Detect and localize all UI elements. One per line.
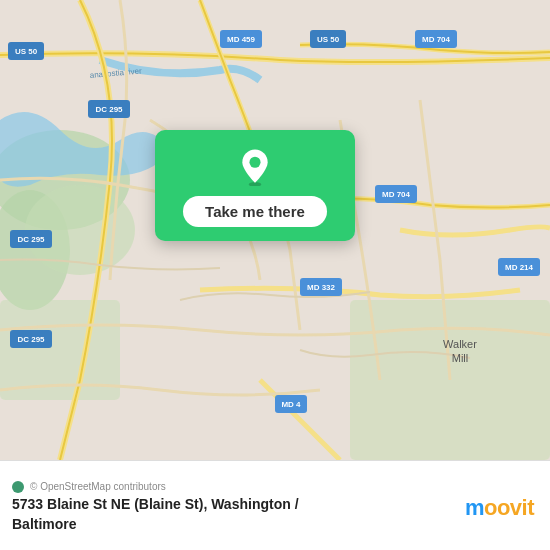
take-me-there-button[interactable]: Take me there (183, 196, 327, 227)
moovit-rest: oovit (484, 495, 534, 520)
location-card[interactable]: Take me there (155, 130, 355, 241)
moovit-logo: moovit (465, 495, 534, 521)
svg-text:MD 704: MD 704 (422, 35, 451, 44)
svg-text:DC 295: DC 295 (95, 105, 123, 114)
svg-text:DC 295: DC 295 (17, 335, 45, 344)
map: anacostia river (0, 0, 550, 460)
copyright-text: © OpenStreetMap contributors (12, 481, 299, 493)
address-text: 5733 Blaine St NE (Blaine St), Washingto… (12, 495, 299, 534)
moovit-m: m (465, 495, 484, 520)
bottom-info-bar: © OpenStreetMap contributors 5733 Blaine… (0, 460, 550, 550)
svg-text:MD 459: MD 459 (227, 35, 256, 44)
svg-point-32 (249, 157, 260, 168)
svg-text:MD 214: MD 214 (505, 263, 534, 272)
osm-icon (12, 481, 24, 493)
svg-text:MD 332: MD 332 (307, 283, 336, 292)
svg-text:US 50: US 50 (15, 47, 38, 56)
address-line1: 5733 Blaine St NE (Blaine St), Washingto… (12, 496, 299, 512)
moovit-wordmark: moovit (465, 495, 534, 521)
svg-text:MD 704: MD 704 (382, 190, 411, 199)
svg-text:US 50: US 50 (317, 35, 340, 44)
copyright-label: © OpenStreetMap contributors (30, 481, 166, 492)
bottom-left-section: © OpenStreetMap contributors 5733 Blaine… (12, 481, 299, 534)
svg-text:Mill: Mill (452, 352, 469, 364)
svg-text:MD 4: MD 4 (281, 400, 301, 409)
svg-text:DC 295: DC 295 (17, 235, 45, 244)
location-pin-icon (236, 148, 274, 186)
address-line2: Baltimore (12, 516, 77, 532)
svg-text:Walker: Walker (443, 338, 477, 350)
